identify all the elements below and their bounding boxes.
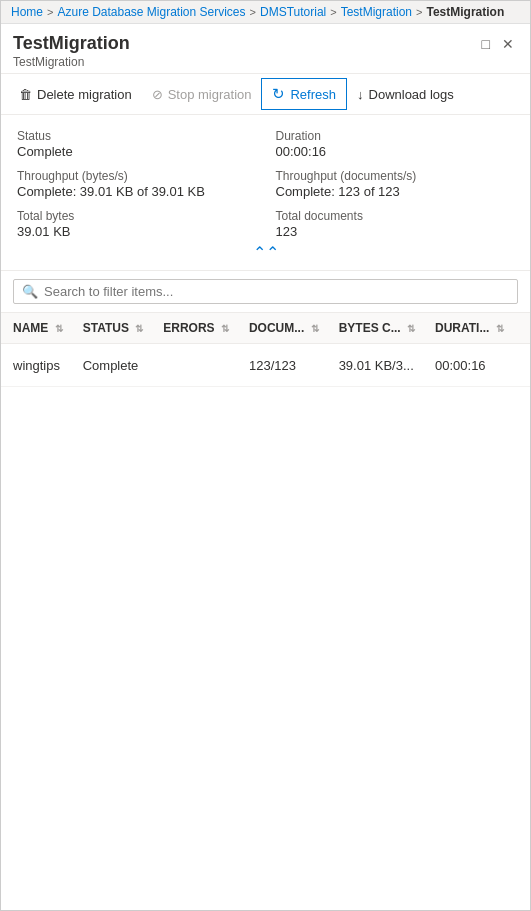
total-bytes-block: Total bytes 39.01 KB <box>17 209 256 239</box>
col-name[interactable]: NAME ⇅ <box>1 313 71 344</box>
total-bytes-label: Total bytes <box>17 209 256 223</box>
collapse-button[interactable]: ⌃⌃ <box>253 243 279 262</box>
status-block: Status Complete <box>17 129 256 159</box>
download-logs-button[interactable]: Download logs <box>347 81 464 108</box>
cell-documents: 123/123 <box>237 344 327 387</box>
stop-migration-button[interactable]: Stop migration <box>142 81 262 108</box>
stop-label: Stop migration <box>168 87 252 102</box>
search-input-wrap: 🔍 <box>13 279 518 304</box>
cell-menu: ··· <box>512 344 531 387</box>
sort-docs-icon: ⇅ <box>311 323 319 334</box>
refresh-icon <box>272 85 285 103</box>
row-menu-button[interactable]: ··· <box>524 354 531 376</box>
throughput-bytes-value: Complete: 39.01 KB of 39.01 KB <box>17 184 256 199</box>
breadcrumb-current: TestMigration <box>426 5 504 19</box>
toolbar: Delete migration Stop migration Refresh … <box>1 74 530 115</box>
throughput-bytes-label: Throughput (bytes/s) <box>17 169 256 183</box>
cell-status: Complete <box>71 344 152 387</box>
cell-errors <box>151 344 237 387</box>
search-input[interactable] <box>44 284 509 299</box>
col-documents[interactable]: DOCUM... ⇅ <box>237 313 327 344</box>
table-row: wingtips Complete 123/123 39.01 KB/3... … <box>1 344 531 387</box>
duration-value: 00:00:16 <box>276 144 515 159</box>
refresh-label: Refresh <box>290 87 336 102</box>
cell-bytes: 39.01 KB/3... <box>327 344 423 387</box>
sort-errors-icon: ⇅ <box>221 323 229 334</box>
download-label: Download logs <box>369 87 454 102</box>
status-grid: Status Complete Duration 00:00:16 Throug… <box>17 129 514 239</box>
col-duration[interactable]: DURATI... ⇅ <box>423 313 512 344</box>
stop-icon <box>152 87 163 102</box>
total-docs-block: Total documents 123 <box>276 209 515 239</box>
page-header-left: TestMigration TestMigration <box>13 32 130 69</box>
status-panel: Status Complete Duration 00:00:16 Throug… <box>1 115 530 271</box>
sort-bytes-icon: ⇅ <box>407 323 415 334</box>
close-button[interactable]: ✕ <box>498 32 518 56</box>
sort-duration-icon: ⇅ <box>496 323 504 334</box>
col-status[interactable]: STATUS ⇅ <box>71 313 152 344</box>
collapse-row: ⌃⌃ <box>17 239 514 262</box>
breadcrumb-sep-2: > <box>250 6 256 18</box>
breadcrumb-home[interactable]: Home <box>11 5 43 19</box>
table-body: wingtips Complete 123/123 39.01 KB/3... … <box>1 344 531 387</box>
maximize-button[interactable]: □ <box>478 32 494 56</box>
total-docs-label: Total documents <box>276 209 515 223</box>
breadcrumb-sep-4: > <box>416 6 422 18</box>
sort-name-icon: ⇅ <box>55 323 63 334</box>
page-title: TestMigration <box>13 32 130 55</box>
cell-duration: 00:00:16 <box>423 344 512 387</box>
refresh-button[interactable]: Refresh <box>261 78 347 110</box>
duration-label: Duration <box>276 129 515 143</box>
col-bytes[interactable]: BYTES C... ⇅ <box>327 313 423 344</box>
breadcrumb-dms[interactable]: Azure Database Migration Services <box>57 5 245 19</box>
breadcrumb-sep-3: > <box>330 6 336 18</box>
delete-icon <box>19 87 32 102</box>
throughput-docs-block: Throughput (documents/s) Complete: 123 o… <box>276 169 515 199</box>
breadcrumb-tutorial[interactable]: DMSTutorial <box>260 5 326 19</box>
throughput-docs-value: Complete: 123 of 123 <box>276 184 515 199</box>
delete-migration-button[interactable]: Delete migration <box>9 81 142 108</box>
status-value: Complete <box>17 144 256 159</box>
total-bytes-value: 39.01 KB <box>17 224 256 239</box>
data-table-container: NAME ⇅ STATUS ⇅ ERRORS ⇅ DOCUM... ⇅ BYTE… <box>1 313 530 387</box>
page-header-right: □ ✕ <box>478 32 518 56</box>
page-subtitle: TestMigration <box>13 55 130 69</box>
col-actions <box>512 313 531 344</box>
breadcrumb-sep-1: > <box>47 6 53 18</box>
throughput-docs-label: Throughput (documents/s) <box>276 169 515 183</box>
search-icon: 🔍 <box>22 284 38 299</box>
cell-name: wingtips <box>1 344 71 387</box>
table-header: NAME ⇅ STATUS ⇅ ERRORS ⇅ DOCUM... ⇅ BYTE… <box>1 313 531 344</box>
delete-label: Delete migration <box>37 87 132 102</box>
breadcrumb: Home > Azure Database Migration Services… <box>1 1 530 24</box>
col-errors[interactable]: ERRORS ⇅ <box>151 313 237 344</box>
search-bar: 🔍 <box>1 271 530 313</box>
sort-status-icon: ⇅ <box>135 323 143 334</box>
breadcrumb-migration[interactable]: TestMigration <box>341 5 412 19</box>
total-docs-value: 123 <box>276 224 515 239</box>
download-icon <box>357 87 364 102</box>
data-table: NAME ⇅ STATUS ⇅ ERRORS ⇅ DOCUM... ⇅ BYTE… <box>1 313 531 387</box>
throughput-bytes-block: Throughput (bytes/s) Complete: 39.01 KB … <box>17 169 256 199</box>
duration-block: Duration 00:00:16 <box>276 129 515 159</box>
status-label: Status <box>17 129 256 143</box>
page-header: TestMigration TestMigration □ ✕ <box>1 24 530 74</box>
